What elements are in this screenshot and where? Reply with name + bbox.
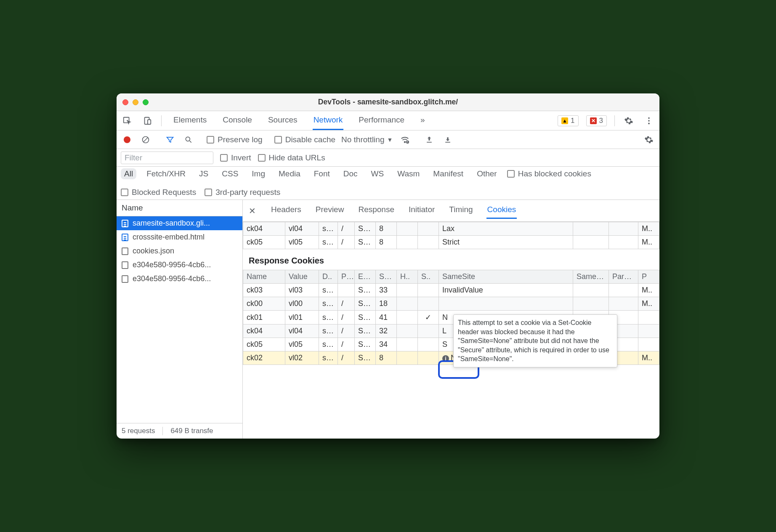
type-ws[interactable]: WS: [368, 168, 388, 179]
detail-tab-headers[interactable]: Headers: [270, 202, 302, 219]
request-list-header[interactable]: Name: [117, 200, 242, 216]
blocked-requests-checkbox[interactable]: Blocked Requests: [121, 188, 196, 197]
warning-count: 1: [571, 117, 574, 125]
cookies-panel: ck04vl04s…/S…8LaxM.. ck05vl05s…/S…8Stric…: [243, 222, 659, 439]
separator: [161, 115, 162, 126]
file-icon: [122, 275, 128, 283]
tab-console[interactable]: Console: [222, 111, 253, 130]
type-media[interactable]: Media: [275, 168, 304, 179]
file-icon: [122, 261, 128, 269]
table-row[interactable]: ck05vl05s…/S…8StrictM..: [243, 236, 659, 249]
request-name: crosssite-embed.html: [133, 233, 205, 242]
blocked-requests-label: Blocked Requests: [132, 188, 196, 197]
third-party-checkbox[interactable]: 3rd-party requests: [205, 188, 280, 197]
request-cookies-table: ck04vl04s…/S…8LaxM.. ck05vl05s…/S…8Stric…: [243, 222, 659, 249]
separator: [614, 115, 615, 126]
error-count: 3: [599, 117, 603, 125]
type-manifest[interactable]: Manifest: [430, 168, 467, 179]
svg-point-5: [648, 122, 650, 124]
request-row[interactable]: samesite-sandbox.gli...: [117, 216, 242, 230]
gear-icon[interactable]: [622, 114, 635, 127]
request-row[interactable]: e304e580-9956-4cb6...: [117, 272, 242, 286]
main-tabsbar: Elements Console Sources Network Perform…: [117, 111, 659, 130]
preserve-log-checkbox[interactable]: Preserve log: [207, 135, 263, 144]
request-list: samesite-sandbox.gli... crosssite-embed.…: [117, 216, 242, 423]
detail-tab-response[interactable]: Response: [357, 202, 395, 219]
upload-har-icon[interactable]: [423, 133, 436, 146]
type-doc[interactable]: Doc: [340, 168, 361, 179]
gear-icon[interactable]: [643, 133, 655, 146]
network-conditions-icon[interactable]: [399, 133, 411, 146]
tab-sources[interactable]: Sources: [267, 111, 298, 130]
main-tabs: Elements Console Sources Network Perform…: [173, 111, 426, 130]
type-font[interactable]: Font: [311, 168, 333, 179]
tabs-overflow-icon[interactable]: »: [420, 111, 426, 130]
titlebar: DevTools - samesite-sandbox.glitch.me/: [117, 93, 659, 111]
clear-icon[interactable]: [139, 133, 152, 146]
svg-point-3: [648, 117, 650, 119]
response-cookies-header: Response Cookies: [243, 249, 659, 270]
request-row[interactable]: crosssite-embed.html: [117, 230, 242, 244]
record-button[interactable]: [121, 133, 133, 146]
request-name: cookies.json: [133, 247, 174, 255]
filter-row: Filter Invert Hide data URLs: [117, 149, 659, 167]
svg-point-8: [404, 141, 406, 143]
document-icon: [122, 234, 128, 241]
tab-network[interactable]: Network: [313, 111, 344, 130]
svg-rect-10: [427, 142, 432, 143]
type-img[interactable]: Img: [248, 168, 268, 179]
inspect-icon[interactable]: [121, 114, 133, 127]
request-status-bar: 5 requests 649 B transfe: [117, 423, 242, 439]
hide-data-urls-checkbox[interactable]: Hide data URLs: [258, 153, 325, 162]
tab-elements[interactable]: Elements: [173, 111, 207, 130]
network-toolbar: Preserve log Disable cache No throttling…: [117, 130, 659, 149]
detail-tab-cookies[interactable]: Cookies: [486, 202, 517, 219]
warning-badge[interactable]: ▲ 1: [558, 115, 578, 126]
has-blocked-cookies-label: Has blocked cookies: [518, 169, 591, 178]
svg-point-4: [648, 120, 650, 122]
disable-cache-label: Disable cache: [285, 135, 335, 144]
detail-tabs: ✕ Headers Preview Response Initiator Tim…: [243, 200, 659, 222]
search-icon[interactable]: [182, 133, 195, 146]
disable-cache-checkbox[interactable]: Disable cache: [274, 135, 335, 144]
error-badge[interactable]: ✕ 3: [586, 115, 607, 126]
request-list-pane: Name samesite-sandbox.gli... crosssite-e…: [117, 200, 243, 439]
request-count: 5 requests: [122, 427, 155, 435]
throttling-value: No throttling: [341, 135, 384, 144]
filter-icon[interactable]: [164, 133, 176, 146]
request-name: samesite-sandbox.gli...: [133, 219, 210, 228]
table-row[interactable]: ck03vl03s…S…33InvalidValueM..: [243, 284, 659, 297]
has-blocked-cookies-checkbox[interactable]: Has blocked cookies: [507, 169, 591, 178]
type-js[interactable]: JS: [196, 168, 212, 179]
close-icon[interactable]: ✕: [249, 206, 256, 216]
kebab-menu-icon[interactable]: [643, 114, 655, 127]
info-icon: i: [442, 355, 449, 362]
table-row[interactable]: ck04vl04s…/S…8LaxM..: [243, 222, 659, 236]
table-header-row: Name Value D.. P… E… S… H.. S.. SameSite…: [243, 270, 659, 284]
file-icon: [122, 247, 128, 255]
invert-label: Invert: [231, 153, 251, 162]
device-toggle-icon[interactable]: [141, 114, 154, 127]
invert-checkbox[interactable]: Invert: [220, 153, 251, 162]
detail-tab-preview[interactable]: Preview: [315, 202, 345, 219]
filter-input[interactable]: Filter: [121, 152, 213, 164]
request-row[interactable]: cookies.json: [117, 244, 242, 258]
type-fetch-xhr[interactable]: Fetch/XHR: [143, 168, 189, 179]
content-split: Name samesite-sandbox.gli... crosssite-e…: [117, 200, 659, 439]
request-name: e304e580-9956-4cb6...: [133, 274, 211, 283]
transfer-size: 649 B transfe: [170, 427, 213, 435]
tab-performance[interactable]: Performance: [358, 111, 405, 130]
type-css[interactable]: CSS: [218, 168, 242, 179]
type-other[interactable]: Other: [473, 168, 500, 179]
svg-rect-11: [445, 142, 450, 143]
throttling-select[interactable]: No throttling ▼: [341, 135, 393, 144]
type-all[interactable]: All: [121, 168, 136, 179]
download-har-icon[interactable]: [441, 133, 454, 146]
request-name: e304e580-9956-4cb6...: [133, 261, 211, 269]
chevron-down-icon: ▼: [387, 136, 393, 143]
request-row[interactable]: e304e580-9956-4cb6...: [117, 258, 242, 272]
detail-tab-timing[interactable]: Timing: [448, 202, 473, 219]
detail-tab-initiator[interactable]: Initiator: [408, 202, 436, 219]
table-row[interactable]: ck00vl00s…/S…18M..: [243, 297, 659, 311]
type-wasm[interactable]: Wasm: [394, 168, 423, 179]
